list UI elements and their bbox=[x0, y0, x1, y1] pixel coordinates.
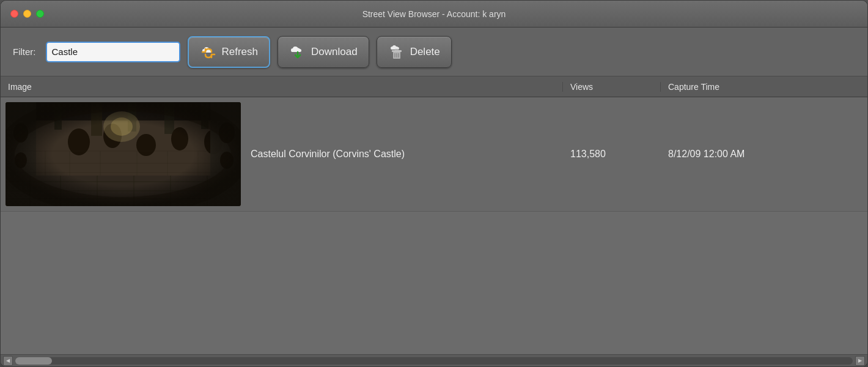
content-area: Image Views Capture Time bbox=[1, 76, 867, 366]
download-label: Download bbox=[311, 46, 358, 58]
table-body: Castelul Corvinilor (Corvins' Castle) 11… bbox=[1, 97, 867, 354]
delete-button[interactable]: Delete bbox=[377, 36, 452, 68]
maximize-button[interactable] bbox=[36, 10, 44, 18]
scroll-track[interactable] bbox=[15, 357, 853, 365]
close-button[interactable] bbox=[10, 10, 18, 18]
refresh-icon bbox=[200, 43, 217, 61]
filter-input[interactable] bbox=[46, 42, 180, 62]
filter-label: Filter: bbox=[13, 46, 36, 57]
delete-label: Delete bbox=[410, 46, 440, 58]
header-views: Views bbox=[563, 82, 661, 92]
svg-rect-3 bbox=[395, 49, 399, 51]
panorama-thumbnail bbox=[6, 102, 241, 206]
scroll-thumb[interactable] bbox=[15, 357, 52, 365]
refresh-label: Refresh bbox=[222, 46, 259, 58]
views-cell: 113,580 bbox=[563, 144, 661, 165]
image-title: Castelul Corvinilor (Corvins' Castle) bbox=[251, 149, 405, 160]
toolbar: Filter: Refresh bbox=[1, 28, 867, 76]
main-window: Street View Browser - Account: k aryn Fi… bbox=[0, 0, 868, 367]
svg-rect-50 bbox=[6, 102, 241, 206]
table-row[interactable]: Castelul Corvinilor (Corvins' Castle) 11… bbox=[1, 97, 867, 212]
header-image: Image bbox=[1, 82, 563, 92]
header-capture-time: Capture Time bbox=[661, 82, 867, 92]
scroll-left-arrow[interactable]: ◀ bbox=[3, 356, 13, 366]
trash-icon bbox=[388, 43, 405, 61]
image-cell: Castelul Corvinilor (Corvins' Castle) bbox=[1, 97, 563, 211]
capture-time-cell: 8/12/09 12:00 AM bbox=[661, 144, 867, 165]
horizontal-scrollbar[interactable]: ◀ ▶ bbox=[1, 354, 867, 366]
refresh-button[interactable]: Refresh bbox=[188, 36, 271, 68]
download-button[interactable]: Download bbox=[278, 36, 369, 68]
table-header: Image Views Capture Time bbox=[1, 76, 867, 97]
window-title: Street View Browser - Account: k aryn bbox=[362, 9, 506, 19]
titlebar: Street View Browser - Account: k aryn bbox=[1, 1, 867, 28]
download-icon bbox=[289, 43, 306, 61]
minimize-button[interactable] bbox=[23, 10, 31, 18]
scroll-right-arrow[interactable]: ▶ bbox=[855, 356, 865, 366]
traffic-lights bbox=[10, 10, 44, 18]
